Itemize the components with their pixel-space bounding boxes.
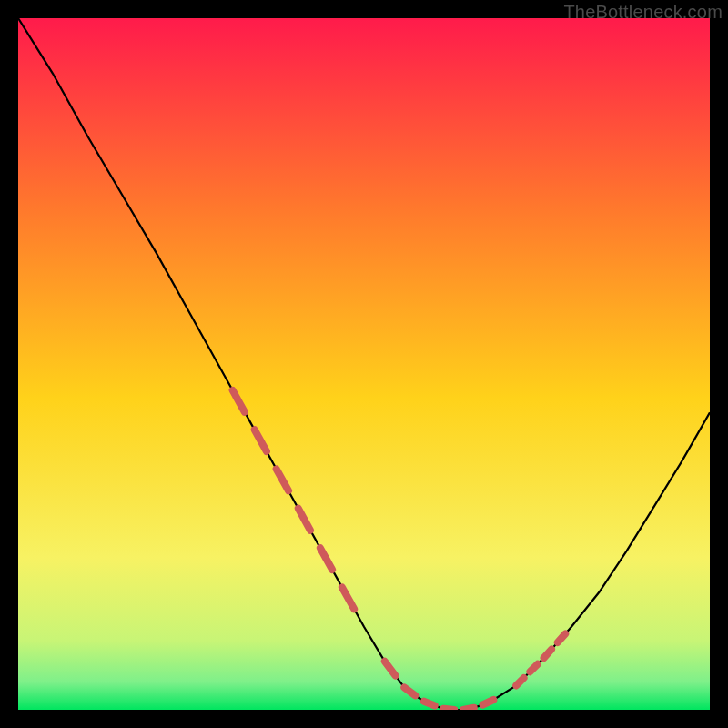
chart-frame: TheBottleneck.com (0, 0, 728, 728)
dash-segment (483, 700, 494, 705)
gradient-background (18, 18, 710, 710)
dash-segment (443, 709, 454, 710)
chart-svg (18, 18, 710, 710)
dash-segment (424, 702, 435, 706)
dash-segment (463, 708, 474, 710)
chart-plot-area (18, 18, 710, 710)
